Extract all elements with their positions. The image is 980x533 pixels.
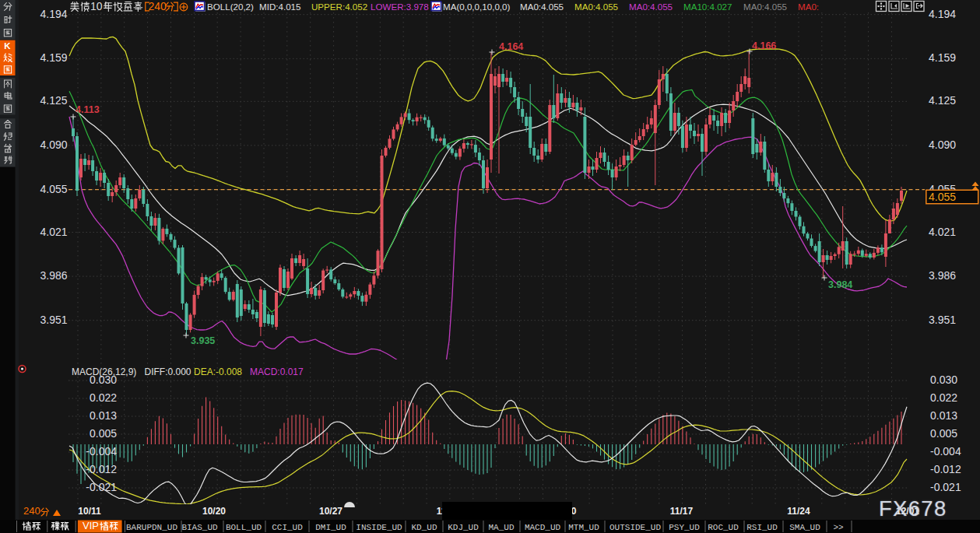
svg-text:KD_UD: KD_UD bbox=[411, 523, 437, 532]
svg-text:>>: >> bbox=[833, 523, 843, 532]
svg-text:MACD_UD: MACD_UD bbox=[525, 523, 561, 532]
svg-text:PSY_UD: PSY_UD bbox=[669, 523, 700, 532]
svg-text:SMA_UD: SMA_UD bbox=[789, 523, 820, 532]
svg-text:K: K bbox=[4, 41, 11, 51]
svg-text:MA_UD: MA_UD bbox=[488, 523, 514, 532]
svg-text:4.113: 4.113 bbox=[76, 104, 100, 115]
svg-text:RSI_UD: RSI_UD bbox=[746, 523, 778, 532]
svg-text:3.935: 3.935 bbox=[191, 335, 215, 346]
svg-text:MA(0,0,0,10,0,0): MA(0,0,0,10,0,0) bbox=[443, 2, 510, 12]
svg-text:BOLL_UD: BOLL_UD bbox=[226, 523, 262, 532]
svg-text:3.984: 3.984 bbox=[828, 279, 852, 290]
svg-text:KDJ_UD: KDJ_UD bbox=[448, 523, 479, 532]
svg-text:4.166: 4.166 bbox=[752, 40, 776, 51]
svg-text:4.164: 4.164 bbox=[499, 41, 523, 52]
svg-text:MID:4.015: MID:4.015 bbox=[259, 2, 301, 12]
svg-text:10: 10 bbox=[90, 0, 103, 12]
svg-text:MA0:4.055: MA0:4.055 bbox=[574, 2, 618, 12]
svg-text:DIFF:0.000: DIFF:0.000 bbox=[145, 366, 191, 377]
svg-text:MA0:4.055: MA0:4.055 bbox=[743, 2, 787, 12]
svg-text:CCI_UD: CCI_UD bbox=[272, 523, 303, 532]
svg-text:DEA:-0.008: DEA:-0.008 bbox=[194, 366, 242, 377]
svg-text:MTM_UD: MTM_UD bbox=[568, 523, 599, 532]
svg-text:MA0:4.055: MA0:4.055 bbox=[629, 2, 673, 12]
svg-text:240: 240 bbox=[149, 0, 167, 12]
svg-text:INSIDE_UD: INSIDE_UD bbox=[356, 523, 402, 532]
svg-text:DMI_UD: DMI_UD bbox=[315, 523, 346, 532]
svg-text:LOWER:3.978: LOWER:3.978 bbox=[371, 2, 429, 12]
svg-text:BIAS_UD: BIAS_UD bbox=[181, 523, 218, 532]
svg-text:MACD(26,12,9): MACD(26,12,9) bbox=[72, 366, 136, 377]
svg-text:VIP: VIP bbox=[83, 520, 99, 531]
svg-text:BOLL(20,2): BOLL(20,2) bbox=[207, 2, 254, 12]
svg-text:OUTSIDE_UD: OUTSIDE_UD bbox=[609, 523, 661, 532]
svg-text:4.055: 4.055 bbox=[929, 191, 956, 203]
svg-text:ROC_UD: ROC_UD bbox=[708, 523, 739, 532]
svg-text:MACD:0.017: MACD:0.017 bbox=[250, 366, 304, 377]
svg-text:BARUPDN_UD: BARUPDN_UD bbox=[126, 523, 177, 532]
svg-text:UPPER:4.052: UPPER:4.052 bbox=[311, 2, 367, 12]
svg-text:240: 240 bbox=[23, 505, 40, 517]
svg-text:MA10:4.027: MA10:4.027 bbox=[683, 2, 732, 12]
svg-text:MA0:: MA0: bbox=[798, 2, 819, 12]
svg-text:MA0:4.055: MA0:4.055 bbox=[520, 2, 564, 12]
